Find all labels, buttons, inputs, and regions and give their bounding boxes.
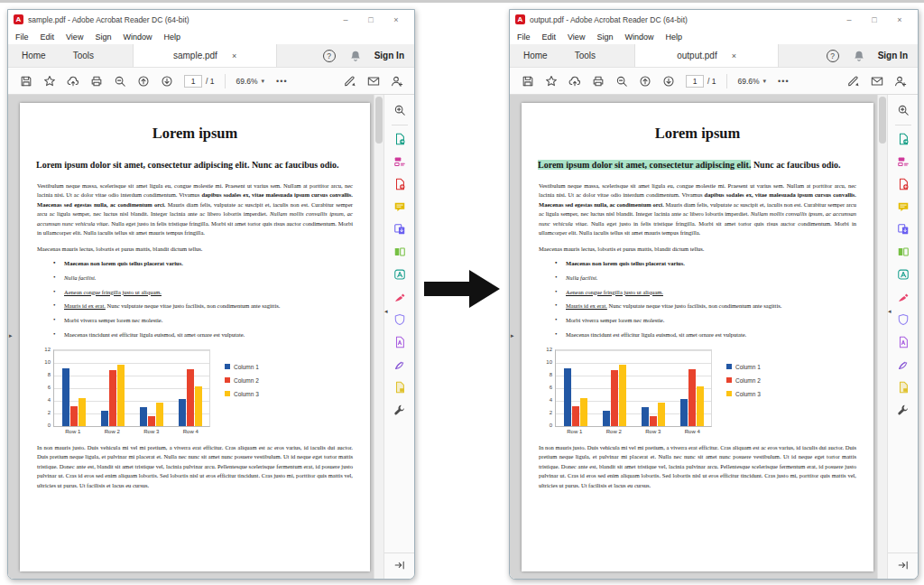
scan-ocr-icon[interactable]: [389, 331, 411, 353]
notifications-bell-icon[interactable]: [349, 50, 361, 61]
menu-window[interactable]: Window: [624, 32, 653, 42]
menu-help[interactable]: Help: [163, 32, 180, 42]
zoom-out-button[interactable]: [611, 71, 632, 90]
notifications-bell-icon[interactable]: [853, 50, 864, 61]
sign-in-button[interactable]: Sign In: [374, 51, 404, 60]
share-cloud-button[interactable]: [62, 71, 83, 90]
sign-pen-button[interactable]: [843, 71, 864, 90]
help-icon[interactable]: ?: [827, 50, 839, 62]
share-person-button[interactable]: [386, 71, 407, 90]
comment-icon[interactable]: [892, 196, 914, 218]
minimize-button[interactable]: –: [836, 11, 862, 28]
create-pdf-icon[interactable]: [389, 173, 411, 195]
share-cloud-button[interactable]: [564, 71, 585, 90]
scrollbar-thumb[interactable]: [879, 97, 886, 144]
sign-pen-button[interactable]: [339, 71, 360, 90]
chevron-down-icon[interactable]: ▾: [763, 78, 767, 85]
document-pane[interactable]: ▸ Lorem ipsum Lorem ipsum dolor sit amet…: [510, 95, 877, 579]
nav-pane-toggle-icon[interactable]: ▸: [9, 332, 13, 339]
menu-sign[interactable]: Sign: [596, 32, 613, 42]
send-email-button[interactable]: [363, 71, 383, 90]
menu-file[interactable]: File: [517, 32, 531, 42]
comment-icon[interactable]: [389, 196, 411, 218]
certificates-icon[interactable]: [389, 354, 411, 376]
more-tools-icon[interactable]: [892, 399, 914, 421]
menu-sign[interactable]: Sign: [95, 32, 111, 42]
stamp-icon[interactable]: [389, 376, 411, 398]
tab-close-icon[interactable]: ×: [232, 51, 236, 60]
edit-pdf-icon[interactable]: [892, 151, 914, 172]
print-button[interactable]: [86, 71, 106, 90]
next-page-button[interactable]: [658, 71, 679, 90]
favorite-tools-button[interactable]: [541, 71, 561, 90]
menu-edit[interactable]: Edit: [41, 32, 55, 42]
menu-window[interactable]: Window: [123, 32, 152, 42]
combine-files-icon[interactable]: [892, 218, 914, 240]
menu-help[interactable]: Help: [665, 32, 682, 42]
minimize-button[interactable]: –: [333, 11, 358, 28]
search-plus-icon[interactable]: [389, 99, 411, 121]
more-tools-icon[interactable]: [389, 399, 411, 421]
sign-in-button[interactable]: Sign In: [878, 51, 908, 60]
print-button[interactable]: [587, 71, 608, 90]
search-plus-icon[interactable]: [892, 99, 914, 121]
export-pdf-icon[interactable]: [892, 128, 914, 150]
maximize-button[interactable]: □: [358, 11, 383, 28]
stamp-icon[interactable]: [892, 376, 914, 398]
menu-view[interactable]: View: [568, 32, 585, 42]
expand-pane-icon[interactable]: [896, 558, 910, 572]
menu-file[interactable]: File: [15, 32, 29, 42]
fill-sign-icon[interactable]: [389, 286, 411, 308]
expand-pane-icon[interactable]: [393, 558, 407, 572]
create-pdf-icon[interactable]: [892, 173, 914, 195]
certificates-icon[interactable]: [892, 354, 914, 376]
tab-home[interactable]: Home: [8, 44, 60, 67]
acrobat-convert-icon[interactable]: [389, 264, 411, 285]
tab-tools[interactable]: Tools: [561, 44, 609, 67]
share-person-button[interactable]: [890, 71, 910, 90]
scrollbar-thumb[interactable]: [375, 97, 383, 144]
nav-pane-toggle-icon[interactable]: ▸: [511, 332, 514, 339]
send-email-button[interactable]: [866, 71, 887, 90]
export-pdf-icon[interactable]: [389, 128, 411, 150]
tools-pane-toggle-icon[interactable]: ◂: [384, 308, 388, 315]
vertical-scrollbar[interactable]: [374, 95, 383, 579]
title-bar[interactable]: A output.pdf - Adobe Acrobat Reader DC (…: [510, 10, 918, 29]
save-button[interactable]: [517, 71, 538, 90]
tab-document[interactable]: output.pdf ×: [634, 44, 779, 67]
vertical-scrollbar[interactable]: [877, 95, 887, 579]
scan-ocr-icon[interactable]: [892, 331, 914, 353]
tab-close-icon[interactable]: ×: [732, 51, 736, 60]
zoom-out-button[interactable]: [109, 71, 130, 90]
page-number-input[interactable]: 1: [686, 75, 704, 88]
save-button[interactable]: [15, 71, 36, 90]
document-pane[interactable]: ▸ Lorem ipsum Lorem ipsum dolor sit amet…: [8, 95, 374, 579]
menu-edit[interactable]: Edit: [542, 32, 557, 42]
page-number-input[interactable]: 1: [184, 75, 202, 88]
help-icon[interactable]: ?: [323, 50, 336, 62]
close-button[interactable]: ×: [383, 11, 409, 28]
organize-pages-icon[interactable]: [892, 241, 914, 263]
menu-view[interactable]: View: [66, 32, 83, 42]
more-options-button[interactable]: •••: [778, 77, 789, 86]
protect-icon[interactable]: [389, 309, 411, 330]
previous-page-button[interactable]: [634, 71, 655, 90]
zoom-control[interactable]: 69.6% ▾: [737, 77, 766, 86]
chevron-down-icon[interactable]: ▾: [262, 78, 265, 85]
tools-pane-toggle-icon[interactable]: ◂: [888, 308, 892, 315]
previous-page-button[interactable]: [133, 71, 153, 90]
tab-document[interactable]: sample.pdf ×: [133, 44, 277, 67]
acrobat-convert-icon[interactable]: [892, 264, 914, 285]
tab-home[interactable]: Home: [510, 44, 561, 67]
protect-icon[interactable]: [892, 309, 914, 330]
next-page-button[interactable]: [156, 71, 177, 90]
close-button[interactable]: ×: [887, 11, 912, 28]
fill-sign-icon[interactable]: [892, 286, 914, 308]
edit-pdf-icon[interactable]: [389, 151, 411, 172]
zoom-control[interactable]: 69.6% ▾: [236, 77, 264, 86]
organize-pages-icon[interactable]: [389, 241, 411, 263]
tab-tools[interactable]: Tools: [60, 44, 107, 67]
more-options-button[interactable]: •••: [276, 77, 287, 86]
favorite-tools-button[interactable]: [39, 71, 60, 90]
title-bar[interactable]: A sample.pdf - Adobe Acrobat Reader DC (…: [8, 10, 414, 29]
